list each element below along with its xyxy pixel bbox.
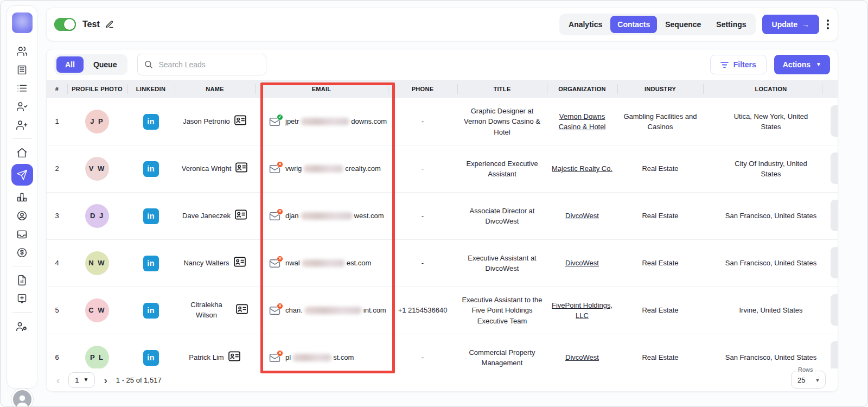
column-header-phone[interactable]: PHONE <box>388 80 457 98</box>
chevron-down-icon: ▼ <box>816 62 821 67</box>
sidebar-divider <box>12 138 32 139</box>
segment-queue[interactable]: Queue <box>85 56 126 73</box>
page-select[interactable]: 1▼ <box>68 372 95 388</box>
table-row[interactable]: 5 C W in Citralekha Wilson ✕ chari.int.c… <box>47 287 838 334</box>
actions-button[interactable]: Actions▼ <box>774 55 830 74</box>
home-icon[interactable] <box>14 144 30 161</box>
documents-icon[interactable] <box>14 272 30 288</box>
table-row[interactable]: 1 J P in Jason Petronio ✓ jpetrdowns.com… <box>47 98 838 145</box>
contact-card-icon[interactable] <box>234 115 247 129</box>
analytics-icon[interactable] <box>14 189 30 205</box>
row-index: 2 <box>47 163 67 174</box>
lead-email: jpetrdowns.com <box>285 116 387 127</box>
lead-title: Executive Assistant at DivcoWest <box>457 253 547 274</box>
previous-page-icon[interactable]: ‹ <box>55 375 61 385</box>
send-icon[interactable] <box>11 164 33 186</box>
search-input[interactable] <box>137 54 266 75</box>
tab-contacts[interactable]: Contacts <box>610 16 657 33</box>
search-icon <box>144 60 153 69</box>
column-header-title[interactable]: TITLE <box>457 80 547 98</box>
lead-email: vwrigcrealty.com <box>285 163 381 174</box>
lead-location: San Francisco, United States <box>703 352 838 363</box>
row-index: 6 <box>47 352 67 363</box>
lead-phone: - <box>388 211 457 221</box>
lead-organization: Majestic Realty Co. <box>547 163 617 174</box>
rows-per-page-select[interactable]: Rows 25 ▼ <box>791 371 826 389</box>
next-page-icon[interactable]: › <box>103 375 108 385</box>
table-row[interactable]: 4 N W in Nancy Walters ✕ nwalest.com - E… <box>47 240 838 287</box>
tab-sequence[interactable]: Sequence <box>658 16 708 33</box>
contact-card-icon[interactable] <box>228 351 241 365</box>
table-row[interactable]: 2 V W in Veronica Wright ✕ vwrigcrealty.… <box>47 145 838 193</box>
app-logo[interactable] <box>12 12 33 33</box>
organization-link[interactable]: DivcoWest <box>565 211 599 221</box>
filter-icon <box>720 61 729 68</box>
lead-industry: Real Estate <box>617 258 703 269</box>
column-header-location[interactable]: LOCATION <box>703 80 838 98</box>
sidebar-divider <box>12 312 32 313</box>
column-header-organization[interactable]: ORGANIZATION <box>547 80 617 98</box>
column-header-linkedin[interactable]: LINKEDIN <box>127 80 175 98</box>
tab-settings[interactable]: Settings <box>709 16 753 33</box>
linkedin-icon[interactable]: in <box>143 303 159 319</box>
contact-card-icon[interactable] <box>234 209 247 223</box>
organization-link[interactable]: Vernon Downs Casino & Hotel <box>552 111 612 132</box>
message-add-icon[interactable] <box>14 290 30 307</box>
contacts-icon[interactable] <box>14 98 30 115</box>
user-circle-icon[interactable] <box>14 207 30 224</box>
lead-name: Veronica Wright <box>182 164 232 174</box>
lead-email: plst.com <box>285 352 354 363</box>
linkedin-icon[interactable]: in <box>143 114 159 130</box>
tab-analytics[interactable]: Analytics <box>561 16 609 33</box>
contact-card-icon[interactable] <box>235 304 248 317</box>
company-icon[interactable] <box>14 61 30 78</box>
campaign-toggle[interactable] <box>54 18 76 31</box>
user-avatar[interactable] <box>11 389 33 407</box>
sidebar-divider <box>12 266 32 266</box>
contact-card-icon[interactable] <box>233 257 246 270</box>
avatar: V W <box>85 157 109 181</box>
organization-link[interactable]: DivcoWest <box>565 258 599 269</box>
segment-all[interactable]: All <box>56 56 84 73</box>
avatar: J P <box>85 110 109 133</box>
contact-card-icon[interactable] <box>235 162 248 176</box>
linkedin-icon[interactable]: in <box>143 256 159 271</box>
lead-organization: DivcoWest <box>547 258 617 269</box>
nav-tabs: Analytics Contacts Sequence Settings <box>559 14 756 35</box>
table-row[interactable]: 3 D J in Dave Janeczek ✕ djanwest.com - … <box>47 193 838 240</box>
row-index: 3 <box>47 211 67 221</box>
user-settings-icon[interactable] <box>14 318 30 334</box>
lead-name: Jason Petronio <box>183 117 230 127</box>
column-header-index[interactable]: # <box>47 80 67 98</box>
organization-link[interactable]: FivePoint Holdings, LLC <box>552 300 612 321</box>
kebab-menu-icon[interactable] <box>826 17 830 31</box>
chevron-down-icon: ▼ <box>84 377 89 383</box>
lead-name: Dave Janeczek <box>182 211 231 221</box>
lead-title: Executive Assistant to the Five Point Ho… <box>457 295 547 327</box>
organization-link[interactable]: DivcoWest <box>565 352 599 363</box>
list-icon[interactable] <box>14 80 30 96</box>
email-icon: ✕ <box>269 259 280 268</box>
users-icon[interactable] <box>14 43 30 59</box>
campaign-header: Test Analytics Contacts Sequence Setting… <box>46 8 838 41</box>
column-header-email[interactable]: EMAIL <box>255 80 388 98</box>
column-header-industry[interactable]: INDUSTRY <box>617 80 703 98</box>
email-icon: ✕ <box>269 212 280 221</box>
inbox-icon[interactable] <box>14 226 30 242</box>
linkedin-icon[interactable]: in <box>143 350 159 366</box>
organization-link[interactable]: Majestic Realty Co. <box>552 163 612 174</box>
filters-button[interactable]: Filters <box>710 55 767 74</box>
update-button[interactable]: Update→ <box>762 15 819 34</box>
user-add-icon[interactable] <box>14 117 30 133</box>
linkedin-icon[interactable]: in <box>143 208 159 224</box>
row-index: 5 <box>47 305 67 316</box>
column-header-profile-photo[interactable]: PROFILE PHOTO <box>67 80 127 98</box>
linkedin-icon[interactable]: in <box>143 161 159 177</box>
edit-icon[interactable] <box>105 20 114 29</box>
avatar: D J <box>85 204 109 228</box>
lead-title: Experienced Executive Assistant <box>457 158 547 180</box>
table-row[interactable]: 6 P L in Patrick Lim ✕ plst.com - Commer… <box>47 334 838 370</box>
lead-phone: +1 2154536640 <box>388 305 457 316</box>
column-header-name[interactable]: NAME <box>175 80 255 98</box>
billing-icon[interactable] <box>14 244 30 260</box>
